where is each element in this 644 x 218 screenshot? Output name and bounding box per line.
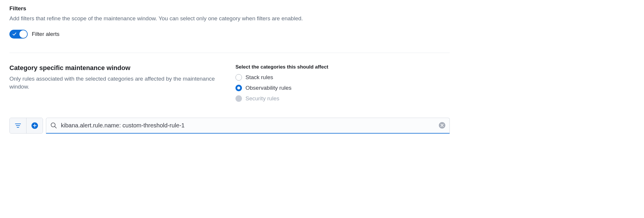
- category-description: Only rules associated with the selected …: [9, 75, 224, 91]
- check-icon: [12, 32, 16, 36]
- radio-label-stack: Stack rules: [245, 74, 273, 81]
- plus-icon: [31, 122, 38, 129]
- radio-input-stack[interactable]: [235, 74, 242, 81]
- clear-query-button[interactable]: [439, 122, 445, 129]
- divider: [9, 53, 450, 53]
- filter-alerts-toggle-row: Filter alerts: [9, 30, 450, 39]
- query-input[interactable]: [61, 122, 439, 129]
- radio-label-observability: Observability rules: [245, 85, 291, 91]
- query-bar: [9, 118, 450, 134]
- close-icon: [441, 124, 444, 127]
- radio-input-security: [235, 95, 242, 102]
- category-title: Category specific maintenance window: [9, 64, 224, 72]
- filters-title: Filters: [9, 5, 450, 12]
- radio-input-observability[interactable]: [235, 85, 242, 91]
- radio-security-rules: Security rules: [235, 95, 450, 102]
- query-input-container[interactable]: [46, 118, 450, 134]
- filter-menu-button[interactable]: [10, 118, 26, 133]
- radio-observability-rules[interactable]: Observability rules: [235, 85, 450, 91]
- radio-label-security: Security rules: [245, 95, 279, 102]
- category-section: Category specific maintenance window Onl…: [9, 64, 450, 106]
- category-right: Select the categories this should affect…: [235, 64, 450, 106]
- svg-point-3: [51, 123, 55, 127]
- filter-button-group: [9, 118, 43, 134]
- search-icon: [50, 122, 57, 129]
- filter-alerts-label: Filter alerts: [32, 31, 59, 37]
- filters-section: Filters Add filters that refine the scop…: [9, 5, 450, 39]
- filters-description: Add filters that refine the scope of the…: [9, 15, 450, 23]
- radio-stack-rules[interactable]: Stack rules: [235, 74, 450, 81]
- add-filter-button[interactable]: [26, 118, 43, 133]
- category-select-heading: Select the categories this should affect: [235, 64, 450, 70]
- switch-knob: [19, 30, 27, 38]
- category-left: Category specific maintenance window Onl…: [9, 64, 224, 106]
- filter-alerts-switch[interactable]: [9, 30, 28, 39]
- filter-icon: [15, 123, 21, 128]
- svg-line-4: [55, 127, 57, 128]
